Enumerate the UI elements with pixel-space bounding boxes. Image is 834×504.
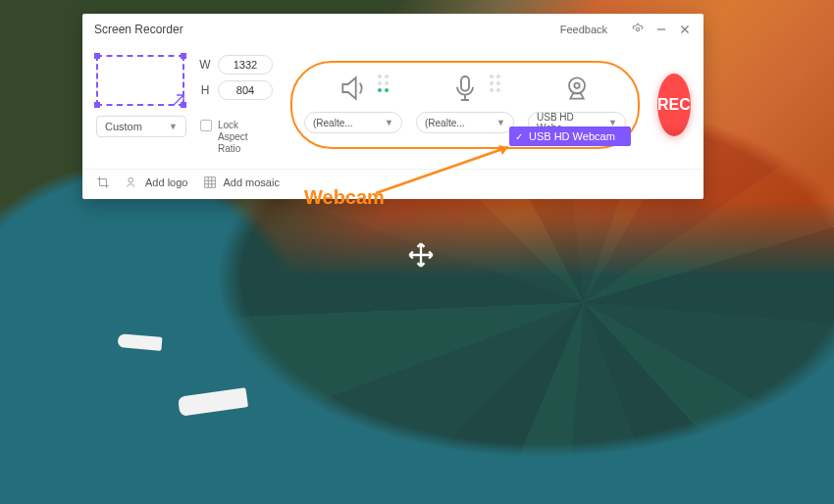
window-title: Screen Recorder	[94, 23, 183, 36]
svg-point-2	[569, 77, 585, 93]
microphone-device: (Realte... ▼	[416, 73, 514, 133]
minimize-icon[interactable]	[654, 23, 668, 36]
screen-recorder-panel: Screen Recorder Feedback W	[82, 14, 704, 199]
system-audio-device: (Realte... ▼	[304, 73, 402, 133]
bottom-toolbar: Add logo Add mosaic	[82, 169, 704, 189]
feedback-link[interactable]: Feedback	[560, 24, 607, 35]
webcam-device: USB HD Webc... ▼	[528, 73, 626, 133]
lock-aspect-label: Lock Aspect Ratio	[218, 120, 267, 155]
webcam-icon[interactable]	[556, 73, 598, 104]
resize-handle-icon[interactable]	[173, 94, 184, 106]
titlebar: Screen Recorder Feedback	[82, 14, 704, 45]
width-label: W	[198, 58, 212, 72]
capture-region-settings: W H Custom ▼ Lock Aspect Ratio	[96, 55, 273, 155]
webcam-dropdown-item-label: USB HD Webcam	[529, 130, 615, 142]
width-input[interactable]	[218, 55, 273, 75]
svg-point-0	[636, 27, 640, 31]
record-button[interactable]: REC	[657, 74, 691, 136]
capture-region-preview[interactable]	[96, 55, 184, 106]
add-mosaic-label: Add mosaic	[223, 176, 279, 188]
crop-tool-button[interactable]	[96, 176, 110, 189]
annotation-label: Webcam	[304, 186, 385, 209]
microphone-select-value: (Realte...	[425, 118, 465, 128]
add-logo-label: Add logo	[145, 176, 187, 188]
region-preset-select[interactable]: Custom ▼	[96, 116, 186, 137]
record-button-label: REC	[657, 96, 691, 114]
microphone-icon[interactable]	[444, 73, 486, 104]
close-icon[interactable]	[678, 23, 692, 36]
webcam-dropdown-item[interactable]: ✓ USB HD Webcam	[509, 126, 631, 146]
height-input[interactable]	[218, 80, 273, 100]
lock-aspect-checkbox[interactable]	[200, 120, 212, 131]
microphone-select[interactable]: (Realte... ▼	[416, 112, 514, 133]
check-icon: ✓	[515, 131, 523, 142]
settings-icon[interactable]	[631, 23, 645, 36]
add-mosaic-button[interactable]: Add mosaic	[203, 176, 279, 189]
chevron-down-icon: ▼	[496, 118, 505, 127]
height-label: H	[198, 83, 212, 97]
chevron-down-icon: ▼	[169, 122, 178, 131]
svg-rect-5	[205, 177, 216, 188]
speaker-select[interactable]: (Realte... ▼	[304, 112, 402, 133]
speaker-icon[interactable]	[333, 73, 374, 104]
region-preset-value: Custom	[105, 121, 142, 132]
chevron-down-icon: ▼	[385, 118, 393, 127]
add-logo-button[interactable]: Add logo	[126, 176, 187, 189]
svg-point-4	[129, 177, 133, 182]
svg-point-3	[574, 83, 579, 88]
svg-rect-1	[461, 76, 469, 91]
move-region-handle-icon[interactable]	[407, 241, 435, 276]
speaker-select-value: (Realte...	[313, 118, 353, 128]
